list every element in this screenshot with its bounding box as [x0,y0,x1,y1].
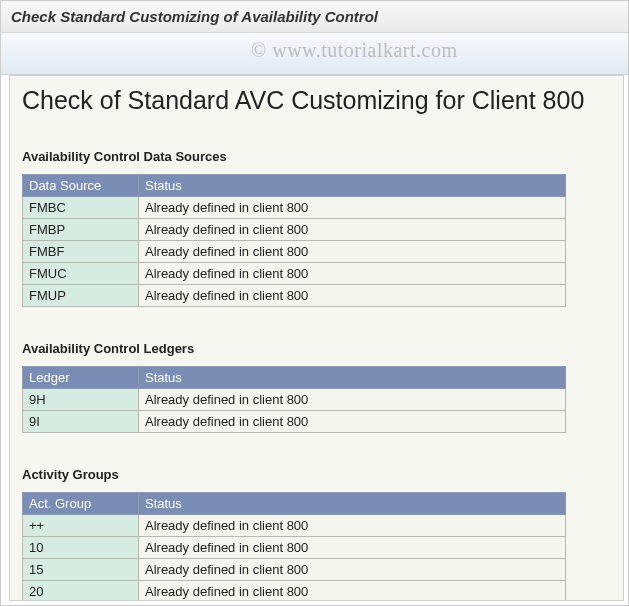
content-frame: Check of Standard AVC Customizing for Cl… [9,75,624,601]
cell-status: Already defined in client 800 [139,263,566,285]
app-window: Check Standard Customizing of Availabili… [0,0,629,606]
table-header-row: Ledger Status [23,367,566,389]
table-header-row: Data Source Status [23,175,566,197]
cell-key: FMUP [23,285,139,307]
section-title-ledgers: Availability Control Ledgers [22,341,611,356]
table-activity-groups: Act. Group Status ++Already defined in c… [22,492,566,601]
col-header-status: Status [139,493,566,515]
page-title: Check of Standard AVC Customizing for Cl… [22,86,611,115]
cell-status: Already defined in client 800 [139,219,566,241]
cell-key: ++ [23,515,139,537]
watermark-text: © www.tutorialkart.com [251,39,458,62]
table-row: FMBFAlready defined in client 800 [23,241,566,263]
table-row: ++Already defined in client 800 [23,515,566,537]
table-ledgers: Ledger Status 9HAlready defined in clien… [22,366,566,433]
cell-key: 9I [23,411,139,433]
cell-status: Already defined in client 800 [139,285,566,307]
col-header-key: Data Source [23,175,139,197]
cell-status: Already defined in client 800 [139,241,566,263]
cell-key: FMBC [23,197,139,219]
cell-key: 20 [23,581,139,602]
section-title-data-sources: Availability Control Data Sources [22,149,611,164]
col-header-status: Status [139,175,566,197]
toolbar: © www.tutorialkart.com [1,33,628,75]
table-row: 9IAlready defined in client 800 [23,411,566,433]
cell-key: FMBF [23,241,139,263]
cell-status: Already defined in client 800 [139,515,566,537]
table-row: 10Already defined in client 800 [23,537,566,559]
cell-key: 9H [23,389,139,411]
table-data-sources: Data Source Status FMBCAlready defined i… [22,174,566,307]
table-row: FMUPAlready defined in client 800 [23,285,566,307]
table-header-row: Act. Group Status [23,493,566,515]
table-row: FMBCAlready defined in client 800 [23,197,566,219]
cell-status: Already defined in client 800 [139,197,566,219]
section-title-activity-groups: Activity Groups [22,467,611,482]
cell-status: Already defined in client 800 [139,389,566,411]
window-title: Check Standard Customizing of Availabili… [11,8,378,25]
window-titlebar: Check Standard Customizing of Availabili… [1,1,628,33]
cell-status: Already defined in client 800 [139,537,566,559]
table-row: FMUCAlready defined in client 800 [23,263,566,285]
cell-key: FMBP [23,219,139,241]
cell-key: 15 [23,559,139,581]
table-row: 15Already defined in client 800 [23,559,566,581]
cell-key: 10 [23,537,139,559]
col-header-status: Status [139,367,566,389]
table-row: 20Already defined in client 800 [23,581,566,602]
cell-status: Already defined in client 800 [139,411,566,433]
cell-status: Already defined in client 800 [139,559,566,581]
col-header-key: Act. Group [23,493,139,515]
content: Check of Standard AVC Customizing for Cl… [10,76,623,601]
table-row: FMBPAlready defined in client 800 [23,219,566,241]
cell-key: FMUC [23,263,139,285]
table-row: 9HAlready defined in client 800 [23,389,566,411]
cell-status: Already defined in client 800 [139,581,566,602]
col-header-key: Ledger [23,367,139,389]
